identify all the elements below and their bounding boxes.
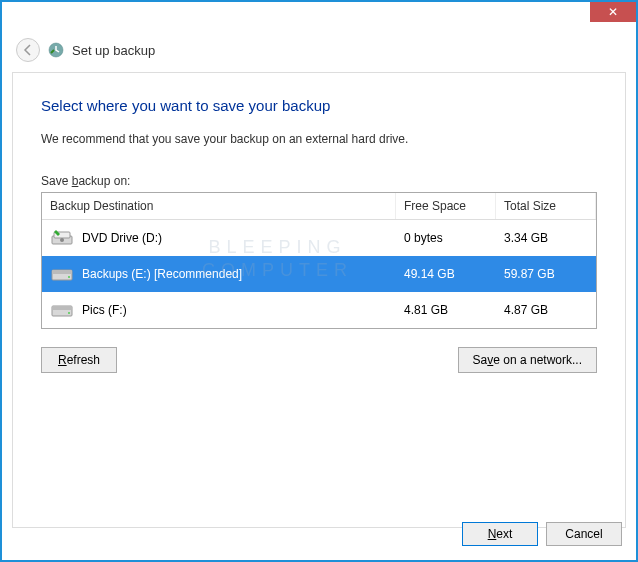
header-title: Set up backup [72, 43, 155, 58]
content-frame: Select where you want to save your backu… [12, 72, 626, 528]
cancel-button[interactable]: Cancel [546, 522, 622, 546]
svg-rect-8 [52, 306, 72, 310]
button-row: Refresh Save on a network... [41, 347, 597, 373]
dialog-window: ✕ Set up backup Select where you want to… [0, 0, 638, 562]
cell-total-size: 4.87 GB [496, 303, 596, 317]
recommendation-text: We recommend that you save your backup o… [41, 132, 597, 146]
back-arrow-icon [22, 44, 34, 56]
cell-free-space: 0 bytes [396, 231, 496, 245]
close-button[interactable]: ✕ [590, 2, 636, 22]
back-button[interactable] [16, 38, 40, 62]
drive-name: Pics (F:) [82, 303, 127, 317]
table-header: Backup Destination Free Space Total Size [42, 193, 596, 220]
column-total-size[interactable]: Total Size [496, 193, 596, 219]
hard-drive-icon [50, 300, 74, 320]
cell-free-space: 49.14 GB [396, 267, 496, 281]
svg-point-6 [68, 276, 70, 278]
close-icon: ✕ [608, 5, 618, 19]
svg-point-3 [60, 238, 64, 242]
dialog-footer: Next Cancel [462, 522, 622, 546]
svg-rect-5 [52, 270, 72, 274]
table-row[interactable]: Pics (F:)4.81 GB4.87 GB [42, 292, 596, 328]
header: Set up backup [2, 30, 636, 72]
dvd-drive-icon [50, 228, 74, 248]
drive-name: DVD Drive (D:) [82, 231, 162, 245]
table-row[interactable]: DVD Drive (D:)0 bytes3.34 GB [42, 220, 596, 256]
page-heading: Select where you want to save your backu… [41, 97, 597, 114]
save-network-button[interactable]: Save on a network... [458, 347, 597, 373]
column-destination[interactable]: Backup Destination [42, 193, 396, 219]
titlebar: ✕ [2, 2, 636, 30]
cell-destination: Backups (E:) [Recommended] [42, 264, 396, 284]
cell-total-size: 3.34 GB [496, 231, 596, 245]
svg-point-9 [68, 312, 70, 314]
cell-free-space: 4.81 GB [396, 303, 496, 317]
hard-drive-icon [50, 264, 74, 284]
cell-total-size: 59.87 GB [496, 267, 596, 281]
backup-icon [48, 42, 64, 58]
cell-destination: Pics (F:) [42, 300, 396, 320]
drive-name: Backups (E:) [Recommended] [82, 267, 242, 281]
next-button[interactable]: Next [462, 522, 538, 546]
column-free-space[interactable]: Free Space [396, 193, 496, 219]
table-row[interactable]: Backups (E:) [Recommended]49.14 GB59.87 … [42, 256, 596, 292]
refresh-button[interactable]: Refresh [41, 347, 117, 373]
cell-destination: DVD Drive (D:) [42, 228, 396, 248]
save-backup-label: Save backup on: [41, 174, 597, 188]
drive-table: Backup Destination Free Space Total Size… [41, 192, 597, 329]
